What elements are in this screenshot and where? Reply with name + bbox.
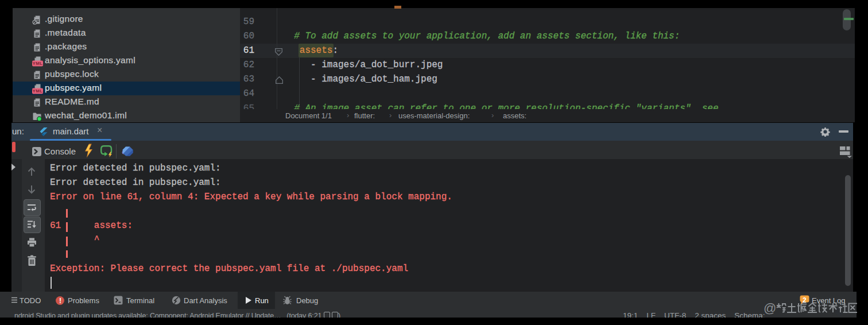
- svg-text:YML: YML: [33, 61, 43, 66]
- svg-text:YML: YML: [33, 88, 43, 94]
- svg-text:@: @: [764, 301, 776, 315]
